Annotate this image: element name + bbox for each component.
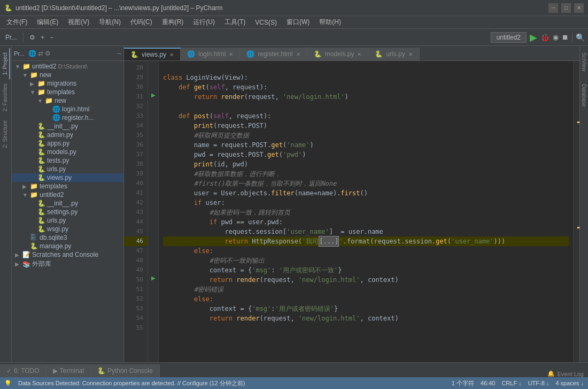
line-num-29: 29 [124,73,148,82]
run-config[interactable]: untitled2 [491,32,527,43]
code-line-52: else: [163,294,569,304]
tree-item-admin-py[interactable]: 🐍 admin.py [12,131,123,139]
tree-item-register-html[interactable]: 🌐 register.h... [12,113,123,122]
status-crlf[interactable]: CRLF ↓ [501,380,521,386]
line-num-28: 28 [124,63,148,73]
tab-views-py[interactable]: 🐍 views.py ✕ [124,48,181,60]
tree-label: new [55,97,66,104]
menu-item-c[interactable]: 代码(C) [126,17,157,28]
tree-item-init2-py[interactable]: 🐍 __init__.py [12,199,123,208]
external-libs-icon: 📚 [22,261,31,268]
gutter-41 [148,186,158,196]
tree-item-external-libs[interactable]: ▶ 📚 外部库 [12,259,123,269]
menu-item-vcss[interactable]: VCS(S) [251,18,281,27]
tree-label: settings.py [47,208,78,216]
code-area[interactable]: class LoginView(View): def get(self, req… [159,61,573,362]
tree-item-settings-py[interactable]: 🐍 settings.py [12,208,123,216]
tree-item-scratches[interactable]: ▶ 📝 Scratches and Console [12,250,123,259]
status-line-col[interactable]: 46:40 [481,380,496,386]
py-file-icon: 🐍 [37,131,46,139]
tree-item-untitled2-pkg[interactable]: ▼ 📁 untitled2 [12,190,123,199]
tab-login-html[interactable]: 🌐 login.html ✕ [181,48,240,60]
tab-label: login.html [198,50,226,58]
proj-btn-globe[interactable]: 🌐 [28,50,36,57]
tab-close-register[interactable]: ✕ [296,51,300,57]
code-line-46: return HttpResponse('我司[...]'.format(req… [163,237,569,246]
activity-structure[interactable]: 2: Structure [1,116,10,152]
tree-item-new[interactable]: ▼ 📁 new [12,71,123,79]
editor-scrollbar[interactable] [573,61,579,362]
tab-close-models[interactable]: ✕ [357,51,361,57]
tree-item-templates-2[interactable]: ▶ 📁 templates [12,182,123,190]
tree-item-templates[interactable]: ▼ 📁 templates [12,88,123,96]
tab-close-urls[interactable]: ✕ [408,51,413,57]
tree-item-tests-py[interactable]: 🐍 tests.py [12,156,123,165]
menu-item-e[interactable]: 编辑(E) [33,17,63,28]
tree-item-init-py[interactable]: 🐍 __init__.py [12,122,123,131]
tab-label: register.html [258,50,292,58]
close-button[interactable]: ✕ [574,3,584,13]
tab-models-py[interactable]: 🐍 models.py ✕ [307,48,369,60]
tab-register-html[interactable]: 🌐 register.html ✕ [240,48,307,60]
tab-label: models.py [325,50,354,58]
status-encoding[interactable]: UTF-8 ↓ [528,380,550,386]
gutter-53 [148,302,158,311]
folder-icon: 📁 [22,63,31,70]
menu-item-v[interactable]: 视图(V) [64,17,94,28]
toolbar-sep2 [572,33,572,42]
tree-item-templates-new[interactable]: ▼ 📁 new [12,96,123,105]
tree-item-urls-py[interactable]: 🐍 urls.py [12,165,123,173]
menu-item-r[interactable]: 重构(R) [158,17,188,28]
tree-item-views-py[interactable]: 🐍 views.py [12,173,123,182]
maximize-button[interactable]: □ [561,3,571,13]
menu-item-w[interactable]: 窗口(W) [282,17,314,28]
tree-arrow: ▶ [22,184,30,189]
tree-item-models-py[interactable]: 🐍 models.py [12,148,123,156]
proj-btn-settings[interactable]: ⚙ [45,50,51,57]
sidebar-tab-database[interactable]: Database [580,80,588,111]
status-indent[interactable]: 4 spaces ↓ [555,380,584,386]
gutter-39 [148,167,158,177]
menu-item-t[interactable]: 工具(T) [220,17,250,28]
debug-button[interactable]: 🐞 [540,33,550,42]
tree-item-manage-py[interactable]: 🐍 manage.py [12,242,123,250]
tree-item-untitled2-root[interactable]: ▼ 📁 untitled2 D:\Student\ [12,62,123,71]
tree-item-migrations[interactable]: ▶ 📁 migrations [12,79,123,88]
event-log-icon: 🔔 [547,370,555,377]
tree-item-login-html[interactable]: 🌐 login.html [12,105,123,113]
run-button[interactable]: ▶ [530,32,537,43]
status-notification[interactable]: Data Sources Detected: Connection proper… [18,379,445,387]
tree-item-apps-py[interactable]: 🐍 apps.py [12,139,123,148]
py-file-icon: 🐍 [37,165,46,173]
activity-project[interactable]: 1: Project [1,48,10,79]
bottom-tab-python-console[interactable]: 🐍 Python Console [91,364,160,377]
tree-item-db-sqlite3[interactable]: 🗄 db.sqlite3 [12,233,123,242]
activity-favorites[interactable]: 2: Favorites [1,79,10,116]
tab-close-login[interactable]: ✕ [229,51,233,57]
tree-label: urls.py [47,217,66,224]
tree-item-urls2-py[interactable]: 🐍 urls.py [12,216,123,225]
code-line-51: #密码错误 [163,285,569,294]
tab-urls-py[interactable]: 🐍 urls.py ✕ [368,48,419,60]
tab-close-views[interactable]: ✕ [169,52,174,58]
run-with-coverage-button[interactable]: ◉ [553,33,559,41]
menu-item-u[interactable]: 运行(U) [189,17,219,28]
bottom-tab-todo[interactable]: ✓ 6: TODO [0,364,47,377]
code-line-35: #获取网页提交数据 [163,131,569,140]
proj-btn-minus[interactable]: − [117,49,121,58]
menu-item-h[interactable]: 帮助(H) [315,17,345,28]
code-line-29: class LoginView(View): [163,73,569,82]
editor-content[interactable]: 28 29 30 31 32 33 34 35 36 37 38 39 40 4… [124,61,579,362]
line-num-44: 44 [124,217,148,227]
code-line-48: #密码不一致则输出 [163,256,569,265]
minimize-button[interactable]: ─ [548,3,558,13]
menu-item-f[interactable]: 文件(F) [2,17,32,28]
tree-item-wsgi-py[interactable]: 🐍 wsgi.py [12,225,123,233]
proj-btn-sync[interactable]: ⇄ [38,50,43,57]
bottom-tab-terminal[interactable]: ▶ Terminal [47,364,91,377]
sidebar-tab-sciview[interactable]: SciView [580,48,588,75]
search-everywhere-button[interactable]: 🔍 [576,33,585,42]
tree-label: __init__.py [47,200,78,207]
stop-button[interactable]: ⏹ [562,33,569,41]
menu-item-n[interactable]: 导航(N) [95,17,125,28]
